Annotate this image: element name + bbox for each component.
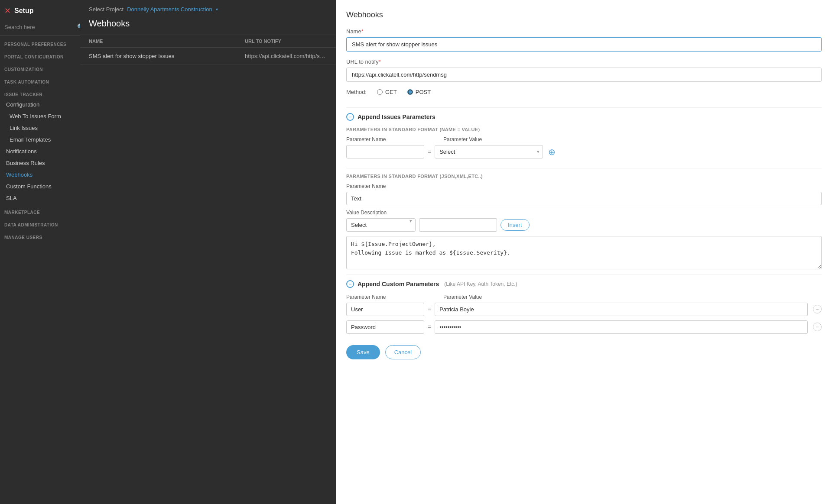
right-panel: Webhooks Name* URL to notify* Method: GE… (336, 0, 832, 504)
sidebar: ✕ Setup 🔍 PERSONAL PREFERENCES PORTAL CO… (0, 0, 80, 504)
app-header: ✕ Setup (0, 0, 80, 18)
std-param-value-wrapper: Select ▾ (435, 145, 543, 158)
section-task-automation: TASK AUTOMATION (0, 74, 80, 86)
table-cell-name: SMS alert for show stopper issues (89, 53, 228, 59)
value-desc-label: Value Description (346, 210, 822, 216)
search-input[interactable] (4, 24, 77, 30)
table-row[interactable]: SMS alert for show stopper issues https:… (80, 48, 336, 65)
page-title: Webhooks (80, 19, 336, 35)
param-headers: Parameter Name Parameter Value (346, 136, 822, 142)
custom-value-0[interactable] (435, 303, 808, 316)
standard-format-label: PARAMETERS IN STANDARD FORMAT (NAME = VA… (346, 127, 822, 132)
separator-2 (346, 168, 822, 168)
custom-param-row-1: = − (346, 320, 822, 334)
action-buttons: Save Cancel (346, 345, 822, 359)
search-container: 🔍 (0, 18, 80, 36)
save-button[interactable]: Save (346, 345, 380, 359)
custom-value-header: Parameter Value (443, 294, 482, 300)
section-issue-tracker: ISSUE TRACKER (0, 86, 80, 99)
sidebar-item-email-templates[interactable]: Email Templates (0, 134, 80, 145)
panel-title: Webhooks (346, 10, 822, 19)
param-value-header: Parameter Value (443, 136, 482, 142)
url-group: URL to notify* (346, 58, 822, 82)
project-name[interactable]: Donnelly Apartments Construction (127, 6, 212, 13)
custom-subtitle: (Like API Key, Auth Token, Etc.) (444, 281, 517, 287)
section-personal-preferences: PERSONAL PREFERENCES (0, 36, 80, 48)
table-col-name: NAME (89, 39, 228, 44)
url-input[interactable] (346, 68, 822, 82)
section-customization: CUSTOMIZATION (0, 61, 80, 74)
std-param-name-input[interactable] (346, 145, 424, 158)
value-desc-select[interactable]: Select (346, 218, 416, 232)
name-group: Name* (346, 28, 822, 52)
remove-param-1-icon[interactable]: − (813, 323, 822, 331)
section-portal-configuration: PORTAL CONFIGURATION (0, 48, 80, 61)
url-label: URL to notify* (346, 58, 822, 65)
equals-sign: = (428, 149, 431, 155)
custom-param-row-0: = − (346, 303, 822, 316)
table-cell-url: https://api.clickatell.com/http/sendmsg (245, 53, 327, 59)
sidebar-item-web-to-issues[interactable]: Web To Issues Form (0, 110, 80, 122)
method-row: Method: GET POST (346, 89, 822, 95)
table-header: NAME URL TO NOTIFY (80, 35, 336, 48)
json-format-label: PARAMETERS IN STANDARD FORMAT (JSON,XML,… (346, 174, 822, 179)
custom-name-1[interactable] (346, 320, 424, 334)
name-label: Name* (346, 28, 822, 35)
append-issues-toggle[interactable]: − Append Issues Parameters (346, 113, 822, 121)
cancel-button[interactable]: Cancel (385, 345, 421, 359)
sidebar-item-custom-functions[interactable]: Custom Functions (0, 181, 80, 192)
custom-value-1[interactable] (435, 320, 808, 334)
method-post-option[interactable]: POST (407, 89, 431, 95)
add-param-icon[interactable]: ⊕ (548, 147, 556, 157)
append-custom-toggle[interactable]: − Append Custom Parameters (Like API Key… (346, 280, 822, 288)
separator-3 (346, 275, 822, 275)
std-param-value-select[interactable]: Select (435, 145, 543, 158)
toggle-icon-issues: − (346, 113, 354, 121)
append-issues-title: Append Issues Parameters (358, 113, 436, 120)
method-post-radio[interactable] (407, 89, 413, 95)
app-icon: ✕ (4, 6, 11, 16)
custom-param-name-header: Parameter Name (346, 294, 424, 300)
section-marketplace: MARKETPLACE (0, 204, 80, 216)
custom-param-headers: Parameter Name Parameter Value (346, 294, 822, 300)
select-project-label: Select Project (89, 6, 124, 13)
chevron-down-icon: ▾ (216, 7, 218, 12)
param-name-header: Parameter Name (346, 136, 424, 142)
value-select-wrapper: Select ▾ (346, 218, 416, 232)
section-manage-users: MANAGE USERS (0, 229, 80, 242)
insert-button[interactable]: Insert (500, 219, 530, 231)
sidebar-item-business-rules[interactable]: Business Rules (0, 157, 80, 169)
sidebar-item-webhooks[interactable]: Webhooks (0, 169, 80, 181)
append-custom-title: Append Custom Parameters (358, 281, 439, 288)
sidebar-item-link-issues[interactable]: Link Issues (0, 122, 80, 134)
sidebar-item-notifications[interactable]: Notifications (0, 145, 80, 157)
equals-sign-custom-0: = (428, 306, 431, 313)
custom-name-0[interactable] (346, 303, 424, 316)
table-col-url: URL TO NOTIFY (245, 39, 327, 44)
value-text-input[interactable] (419, 218, 497, 232)
remove-param-0-icon[interactable]: − (813, 305, 822, 313)
app-title: Setup (14, 7, 33, 15)
method-label: Method: (346, 89, 367, 95)
method-get-radio[interactable] (377, 89, 383, 95)
value-desc-row: Select ▾ Insert (346, 218, 822, 232)
json-param-name-label: Parameter Name (346, 183, 822, 189)
sidebar-item-sla[interactable]: SLA (0, 192, 80, 204)
section-data-administration: DATA ADMINISTRATION (0, 216, 80, 229)
sidebar-item-configuration[interactable]: Configuration (0, 99, 80, 110)
body-textarea[interactable]: Hi ${Issue.ProjectOwner}, Following Issu… (346, 236, 822, 269)
equals-sign-custom-1: = (428, 323, 431, 330)
toggle-icon-custom: − (346, 280, 354, 288)
name-input[interactable] (346, 37, 822, 52)
top-bar: Select Project Donnelly Apartments Const… (80, 0, 336, 19)
json-param-name-input[interactable] (346, 192, 822, 205)
method-get-option[interactable]: GET (377, 89, 397, 95)
main-content: Select Project Donnelly Apartments Const… (80, 0, 336, 504)
separator-1 (346, 107, 822, 108)
standard-param-row: = Select ▾ ⊕ (346, 145, 822, 158)
